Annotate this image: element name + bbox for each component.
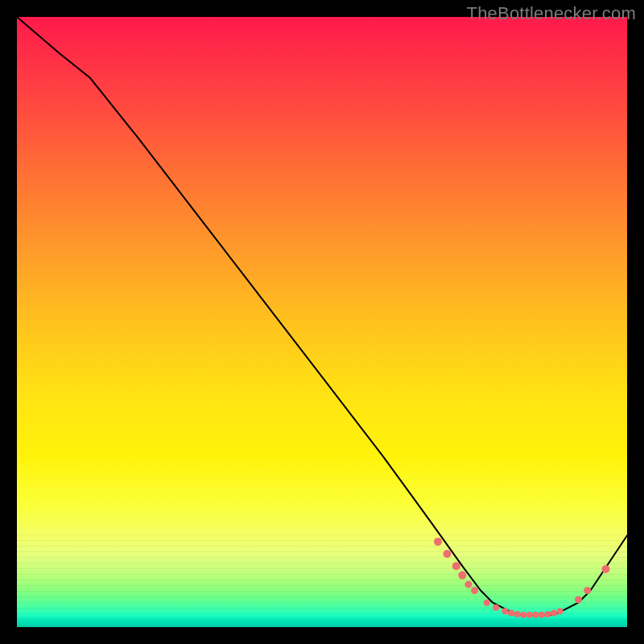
plot-area <box>17 17 627 627</box>
chart-frame: TheBottlenecker.com <box>0 0 644 644</box>
watermark-text: TheBottlenecker.com <box>467 3 636 24</box>
heat-gradient <box>17 17 627 627</box>
